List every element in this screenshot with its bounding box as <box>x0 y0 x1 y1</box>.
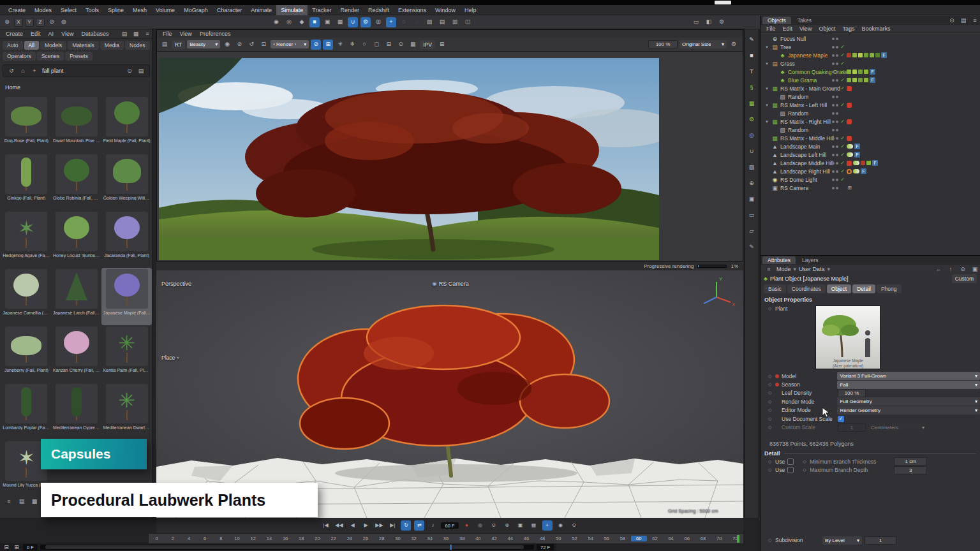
tree-row[interactable]: ▲Landscape Middle Hill✓F <box>761 159 980 167</box>
render-dot-icon[interactable] <box>836 170 838 173</box>
grid-icon[interactable]: ⊞ <box>323 40 333 50</box>
frame-tick-30[interactable]: 30 <box>390 536 406 541</box>
objects-menu-bookmarks[interactable]: Bookmarks <box>858 26 893 32</box>
menu-item-animate[interactable]: Animate <box>246 5 276 15</box>
object-label[interactable]: Landscape Left Hill <box>780 152 826 158</box>
asset-menu-view[interactable]: View <box>58 31 77 37</box>
range-plus-icon[interactable]: ⊞ <box>13 542 20 551</box>
asset-subtab-operators[interactable]: Operators <box>3 52 36 61</box>
visibility-dot-icon[interactable] <box>832 187 835 189</box>
panel-grid-icon[interactable]: ▦ <box>131 29 141 39</box>
expand-arrow-icon[interactable]: ▾ <box>764 119 769 124</box>
frame-tick-44[interactable]: 44 <box>502 536 518 541</box>
enabled-check-icon[interactable]: ✓ <box>840 152 845 158</box>
frame-tick-26[interactable]: 26 <box>357 536 373 541</box>
field-tag-icon[interactable] <box>847 152 853 157</box>
object-label[interactable]: Tree <box>780 44 791 50</box>
frame-tick-6[interactable]: 6 <box>197 536 213 541</box>
param-checkbox[interactable]: ✓ <box>838 416 844 422</box>
visibility-dot-icon[interactable] <box>832 104 835 107</box>
asset-item[interactable]: Japanese Larch (Fall, Plant) <box>52 268 102 325</box>
menu-item-simulate[interactable]: Simulate <box>276 5 308 15</box>
deformer-icon[interactable]: ◎ <box>746 130 757 140</box>
material-swatch[interactable] <box>866 161 871 165</box>
add-icon[interactable]: + <box>29 66 40 76</box>
visibility-dot-icon[interactable] <box>832 162 835 165</box>
visibility-dot-icon[interactable] <box>832 96 835 98</box>
key-parameter-button[interactable]: ▣ <box>516 520 526 531</box>
view-tiles-icon[interactable]: ▤ <box>17 496 27 506</box>
ipv-button[interactable]: IPV <box>420 40 435 49</box>
material-swatch[interactable] <box>847 78 851 82</box>
object-label[interactable]: Random <box>788 110 808 117</box>
fields-badge-icon[interactable]: F <box>861 168 866 174</box>
asset-subtab-presets[interactable]: Presets <box>65 52 93 61</box>
tree-row[interactable]: ▾▦RS Matrix - Right Hill✓ <box>761 117 980 126</box>
menu-item-help[interactable]: Help <box>460 5 481 15</box>
asset-tab-nodes[interactable]: Nodes <box>125 41 150 50</box>
spline-wrap-icon[interactable]: § <box>746 82 757 92</box>
param-dropdown[interactable]: Fall▾ <box>837 381 980 389</box>
next-frame-button[interactable]: ▶▶ <box>374 520 384 531</box>
redshift-tag-icon[interactable] <box>847 161 852 166</box>
mode-label[interactable]: Mode <box>776 266 791 272</box>
material-swatch[interactable] <box>852 70 857 74</box>
pin-icon[interactable]: ▣ <box>970 264 980 274</box>
viewport-settings-gear-icon[interactable]: ⚙ <box>729 40 739 50</box>
render-dot-icon[interactable] <box>836 129 838 131</box>
grid-snap-icon[interactable]: ⊞ <box>373 17 383 27</box>
subdivision-mode-dropdown[interactable]: By Level▾ <box>822 536 862 545</box>
redshift-tag-icon[interactable] <box>847 119 852 124</box>
frame-tick-52[interactable]: 52 <box>567 536 583 541</box>
tab-takes[interactable]: Takes <box>792 17 817 24</box>
visibility-dot-icon[interactable] <box>832 137 835 140</box>
use-checkbox[interactable] <box>787 467 794 473</box>
enabled-check-icon[interactable]: ✓ <box>840 61 845 66</box>
axis-icon[interactable]: ⊕ <box>746 178 757 188</box>
enabled-check-icon[interactable]: ✓ <box>840 77 845 83</box>
enabled-check-icon[interactable]: ✓ <box>840 160 845 166</box>
asset-item[interactable]: Japanese Camellia (Fall, Plant) <box>1 268 52 325</box>
timeline-ruler[interactable]: 0246810121416182022242628303234363840424… <box>149 533 743 543</box>
material-swatch[interactable] <box>870 53 874 57</box>
axis-x-button[interactable]: X <box>14 18 23 27</box>
object-label[interactable]: RS Camera <box>780 185 808 191</box>
material-swatch[interactable] <box>875 53 880 57</box>
menu-item-redshift[interactable]: Redshift <box>364 5 394 15</box>
measure-tool-icon[interactable]: ▤ <box>437 17 447 27</box>
enabled-check-icon[interactable]: ✓ <box>840 177 845 182</box>
object-label[interactable]: Landscape Middle Hill <box>780 160 833 166</box>
object-label[interactable]: RS Matrix - Left Hill <box>780 102 827 108</box>
region-icon[interactable]: ◻ <box>371 40 382 50</box>
material-swatch[interactable] <box>858 70 863 74</box>
frame-tick-34[interactable]: 34 <box>422 536 438 541</box>
frame-tick-42[interactable]: 42 <box>486 536 502 541</box>
frame-tick-12[interactable]: 12 <box>245 536 261 541</box>
material-swatch[interactable] <box>858 53 863 57</box>
loop-button[interactable]: ↻ <box>401 520 411 531</box>
object-mode-icon[interactable]: ■ <box>309 17 320 27</box>
range-end-field[interactable]: 72 F <box>537 544 554 550</box>
dynamics-b-icon[interactable]: ◌ <box>412 17 422 27</box>
redshift-tag-icon[interactable] <box>847 103 852 108</box>
detail-value-field[interactable]: 3 <box>894 466 927 474</box>
asset-item[interactable]: Ginkgo (Fall, Plant) <box>1 153 52 210</box>
detail-value-field[interactable]: 1 cm <box>894 457 927 466</box>
material-swatch[interactable] <box>852 78 857 82</box>
asset-tab-materials[interactable]: Materials <box>68 41 98 50</box>
subdivision-value-field[interactable]: 1 <box>865 536 896 545</box>
view-list-icon[interactable]: ≡ <box>4 496 14 506</box>
panel-menu-icon[interactable]: ≡ <box>142 29 152 39</box>
axis-y-button[interactable]: Y <box>25 18 34 27</box>
mograph-text-icon[interactable]: T <box>746 66 757 77</box>
menu-item-volume[interactable]: Volume <box>151 5 179 15</box>
frame-tick-68[interactable]: 68 <box>695 536 711 541</box>
frame-tick-4[interactable]: 4 <box>181 536 197 541</box>
workplane-mode-icon[interactable]: ▦ <box>335 17 345 27</box>
object-label[interactable]: Blue Grama <box>788 77 817 84</box>
menu-item-extensions[interactable]: Extensions <box>394 5 431 15</box>
tree-row[interactable]: ▲Landscape Left Hill✓F <box>761 151 980 159</box>
up-icon[interactable]: ↑ <box>946 264 956 274</box>
render-view-icon[interactable]: ▭ <box>691 17 701 27</box>
expand-icon[interactable]: ⊟ <box>383 40 394 50</box>
